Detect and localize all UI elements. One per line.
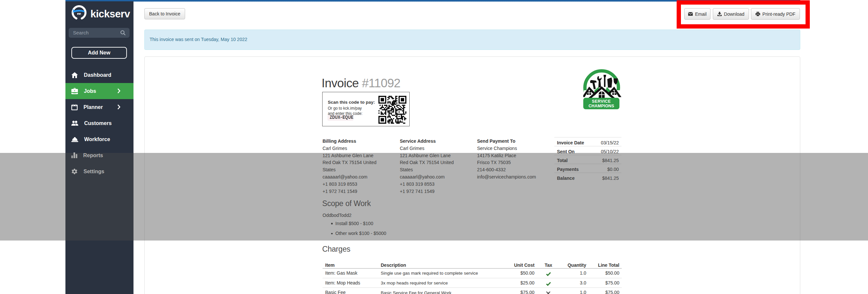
svg-text:SERVICE: SERVICE — [592, 99, 611, 104]
svg-text:CHAMPIONS: CHAMPIONS — [589, 104, 614, 108]
